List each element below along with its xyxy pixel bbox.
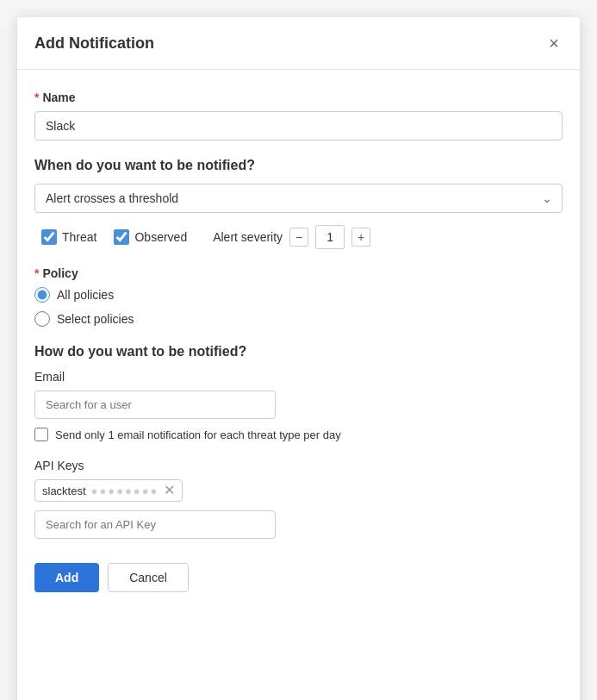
select-policies-item: Select policies — [34, 311, 563, 327]
severity-decrease-button[interactable]: − — [289, 228, 308, 247]
severity-value-input[interactable] — [315, 225, 345, 249]
select-policies-radio[interactable] — [34, 311, 50, 327]
api-keys-label: API Keys — [34, 459, 563, 472]
threat-checkbox[interactable] — [41, 229, 57, 245]
severity-increase-button[interactable]: + — [351, 228, 370, 247]
name-input[interactable] — [34, 111, 563, 141]
threshold-options-row: Threat Observed Alert severity − + — [34, 225, 563, 249]
when-heading: When do you want to be notified? — [34, 158, 563, 173]
add-notification-modal: Add Notification × * Name When do you wa… — [17, 17, 580, 700]
trigger-dropdown-wrapper: Alert crosses a thresholdAlert is create… — [34, 184, 563, 213]
when-notified-group: When do you want to be notified? Alert c… — [34, 158, 563, 249]
name-field-group: * Name — [34, 91, 563, 141]
add-button[interactable]: Add — [34, 563, 99, 592]
email-search-input[interactable] — [34, 391, 276, 419]
send-once-label: Send only 1 email notification for each … — [55, 428, 341, 441]
footer-buttons: Add Cancel — [34, 563, 563, 592]
trigger-dropdown[interactable]: Alert crosses a thresholdAlert is create… — [34, 184, 563, 213]
send-once-checkbox[interactable] — [34, 428, 48, 441]
name-label: * Name — [34, 91, 563, 104]
observed-checkbox-item: Observed — [114, 229, 187, 245]
policy-label: * Policy — [34, 266, 563, 280]
how-heading: How do you want to be notified? — [34, 344, 563, 359]
cancel-button[interactable]: Cancel — [108, 563, 189, 592]
threat-checkbox-item: Threat — [41, 229, 96, 245]
api-key-tags: slacktest ●●●●●●●● ✕ — [34, 479, 563, 502]
email-label: Email — [34, 370, 563, 384]
how-notified-group: How do you want to be notified? Email Se… — [34, 344, 563, 539]
policy-group: * Policy All policies Select policies — [34, 266, 563, 327]
modal-body: * Name When do you want to be notified? … — [17, 70, 580, 609]
policy-required-indicator: * — [34, 266, 39, 280]
observed-checkbox[interactable] — [114, 229, 129, 245]
tag-key-name: slacktest — [42, 484, 86, 497]
threat-label: Threat — [62, 230, 96, 244]
policy-options: All policies Select policies — [34, 287, 563, 327]
select-policies-label: Select policies — [57, 312, 134, 326]
api-key-search-input[interactable] — [34, 510, 276, 539]
all-policies-item: All policies — [34, 287, 563, 303]
tag-remove-button[interactable]: ✕ — [164, 484, 175, 497]
all-policies-radio[interactable] — [34, 287, 50, 303]
required-indicator: * — [34, 91, 39, 104]
all-policies-label: All policies — [57, 288, 114, 302]
close-button[interactable]: × — [545, 31, 563, 55]
observed-label: Observed — [134, 230, 187, 244]
modal-title: Add Notification — [34, 34, 154, 53]
alert-severity-label: Alert severity — [213, 230, 283, 244]
modal-header: Add Notification × — [17, 17, 580, 70]
tag-key-obscured: ●●●●●●●● — [91, 484, 159, 497]
alert-severity-group: Alert severity − + — [213, 225, 370, 249]
api-key-tag: slacktest ●●●●●●●● ✕ — [34, 479, 183, 502]
send-once-row: Send only 1 email notification for each … — [34, 428, 563, 441]
email-search-wrapper — [34, 391, 563, 419]
